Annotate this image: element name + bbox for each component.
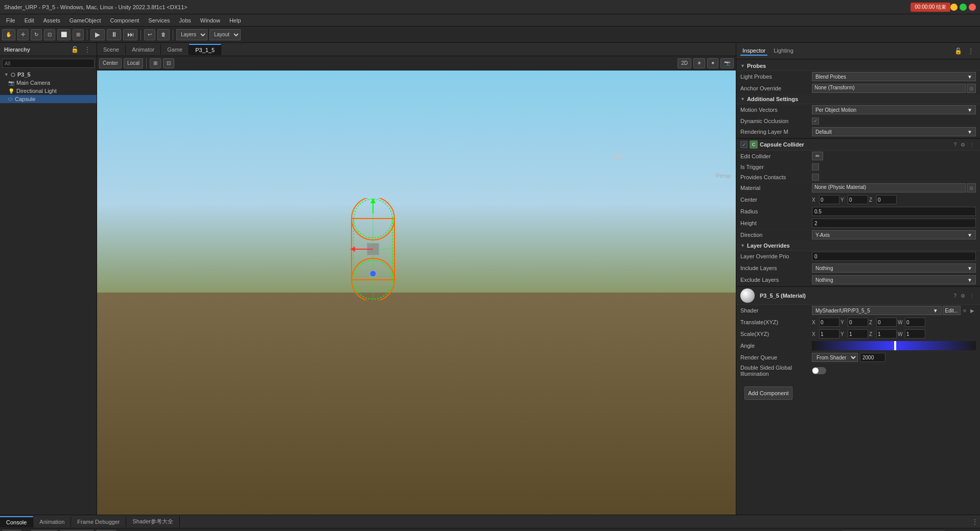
tab-scene[interactable]: Scene	[97, 44, 126, 55]
shader-edit-btn[interactable]: Edit...	[943, 306, 961, 315]
camera-btn[interactable]: 📷	[720, 58, 734, 68]
grid-btn[interactable]: ⊞	[150, 58, 161, 68]
translate-w-input[interactable]	[905, 318, 925, 327]
effects-btn[interactable]: ✦	[707, 58, 718, 68]
render-queue-value-input[interactable]	[860, 353, 885, 362]
menu-component[interactable]: Component	[106, 16, 143, 25]
shader-arrow-btn[interactable]: ▶	[969, 306, 976, 315]
tab-inspector[interactable]: Inspector	[740, 46, 767, 56]
hand-tool[interactable]: ✋	[2, 29, 15, 40]
tab-active[interactable]: P3_1_5	[189, 44, 221, 55]
scene-view[interactable]: Persp ☁	[97, 70, 736, 515]
translate-z-input[interactable]	[876, 318, 897, 327]
add-component-button[interactable]: Add Component	[744, 387, 792, 400]
motion-vectors-value[interactable]: Per Object Motion ▼	[812, 105, 976, 114]
center-z-input[interactable]	[876, 195, 897, 204]
menu-window[interactable]: Window	[196, 16, 224, 25]
material-help-btn[interactable]: ?	[952, 293, 958, 299]
double-sided-gi-switch[interactable]	[812, 367, 826, 374]
hierarchy-item-p3_5[interactable]: ▼ ⬡ P3_5	[0, 70, 97, 79]
2d-btn[interactable]: 2D	[678, 58, 691, 68]
dynamic-occlusion-checkbox[interactable]: ✓	[812, 117, 819, 125]
scale-tool[interactable]: ⊡	[44, 29, 55, 40]
scale-z-input[interactable]	[876, 329, 897, 339]
tab-animation[interactable]: Animation	[33, 517, 71, 527]
edit-collider-button[interactable]: ✏	[812, 152, 823, 160]
undo-button[interactable]: ↩	[144, 29, 155, 40]
capsule-object[interactable]	[342, 198, 404, 301]
exclude-layers-value[interactable]: Nothing ▼	[812, 275, 976, 284]
move-tool[interactable]: ✛	[17, 29, 29, 40]
motion-vectors-dropdown[interactable]: Per Object Motion ▼	[812, 105, 976, 114]
center-x-input[interactable]	[819, 195, 839, 204]
include-layers-value[interactable]: Nothing ▼	[812, 263, 976, 273]
maximize-button[interactable]	[960, 4, 967, 11]
rendering-layer-dropdown[interactable]: Default ▼	[812, 127, 976, 136]
hierarchy-item-camera[interactable]: 📷 Main Camera	[0, 79, 97, 87]
material-menu-btn[interactable]: ⋮	[968, 293, 976, 299]
component-enable-checkbox[interactable]: ✓	[740, 141, 748, 148]
menu-edit[interactable]: Edit	[20, 16, 38, 25]
tab-lighting[interactable]: Lighting	[772, 46, 796, 56]
delete-button[interactable]: 🗑	[157, 29, 170, 40]
layer-override-prio-input[interactable]	[812, 252, 976, 261]
probes-section-header[interactable]: ▼ Probes	[736, 61, 980, 71]
hierarchy-menu-btn[interactable]: ⋮	[82, 45, 92, 54]
provides-contacts-checkbox[interactable]	[812, 174, 819, 181]
center-mode-btn[interactable]: Center	[99, 58, 122, 68]
rect-tool[interactable]: ⬜	[57, 29, 71, 40]
tab-frame-debugger[interactable]: Frame Debugger	[71, 517, 126, 527]
shader-options-btn[interactable]: ≡	[962, 306, 968, 315]
scale-x-input[interactable]	[819, 329, 839, 339]
height-input[interactable]	[812, 219, 976, 228]
menu-assets[interactable]: Assets	[39, 16, 64, 25]
angle-slider[interactable]	[812, 341, 976, 350]
material-settings-btn[interactable]: ⚙	[959, 293, 967, 299]
close-button[interactable]	[969, 4, 976, 11]
minimize-button[interactable]	[950, 4, 958, 11]
hierarchy-search-input[interactable]	[2, 59, 95, 68]
tab-game[interactable]: Game	[161, 44, 189, 55]
is-trigger-checkbox[interactable]	[812, 163, 819, 171]
include-layers-dropdown[interactable]: Nothing ▼	[812, 263, 976, 273]
additional-settings-header[interactable]: ▼ Additional Settings	[736, 94, 980, 104]
record-button[interactable]: 00:00:00 结束	[911, 3, 950, 12]
tab-console[interactable]: Console	[0, 516, 33, 527]
menu-help[interactable]: Help	[225, 16, 245, 25]
center-y-input[interactable]	[848, 195, 868, 204]
light-probes-dropdown[interactable]: Blend Probes ▼	[812, 72, 976, 81]
component-settings-btn[interactable]: ⚙	[959, 141, 967, 148]
layer-overrides-header[interactable]: ▼ Layer Overrides	[736, 241, 980, 251]
transform-tool[interactable]: ⊞	[73, 29, 84, 40]
inspector-lock-btn[interactable]: 🔓	[952, 46, 964, 56]
hierarchy-item-light[interactable]: 💡 Directional Light	[0, 87, 97, 95]
component-help-btn[interactable]: ?	[952, 141, 958, 148]
snap-btn[interactable]: ⊡	[163, 58, 174, 68]
lighting-btn[interactable]: ☀	[693, 58, 705, 68]
scale-w-input[interactable]	[905, 329, 925, 339]
layout-dropdown[interactable]: Layout	[209, 29, 241, 40]
bottom-menu-btn[interactable]: ⋮	[970, 517, 980, 526]
inspector-menu-btn[interactable]: ⋮	[966, 46, 976, 56]
component-menu-btn[interactable]: ⋮	[968, 141, 976, 148]
direction-dropdown[interactable]: Y-Axis ▼	[812, 230, 976, 239]
play-button[interactable]: ▶	[90, 29, 105, 40]
translate-x-input[interactable]	[819, 318, 839, 327]
translate-y-input[interactable]	[848, 318, 868, 327]
layers-dropdown[interactable]: Layers	[176, 29, 207, 40]
step-button[interactable]: ⏭	[123, 29, 137, 40]
menu-jobs[interactable]: Jobs	[175, 16, 195, 25]
material-target-btn[interactable]: ⊙	[967, 183, 976, 192]
scale-y-input[interactable]	[848, 329, 868, 339]
pause-button[interactable]: ⏸	[107, 29, 121, 40]
hierarchy-item-capsule[interactable]: ⬭ Capsule	[0, 95, 97, 103]
anchor-target-btn[interactable]: ⊙	[967, 84, 976, 93]
direction-value[interactable]: Y-Axis ▼	[812, 230, 976, 239]
tab-animator[interactable]: Animator	[126, 44, 161, 55]
hierarchy-lock-btn[interactable]: 🔓	[69, 45, 81, 54]
menu-gameobject[interactable]: GameObject	[65, 16, 105, 25]
shader-dropdown[interactable]: MyShader/URP/P3_5_5 ▼	[812, 306, 942, 315]
rotate-tool[interactable]: ↻	[31, 29, 42, 40]
tab-shader-ref[interactable]: Shader参考大全	[126, 516, 179, 527]
radius-input[interactable]	[812, 207, 976, 216]
